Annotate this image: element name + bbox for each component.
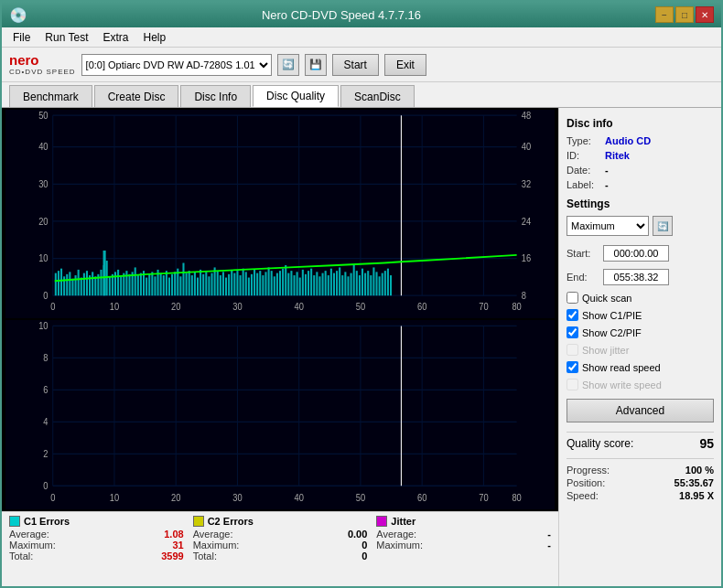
- speed-select[interactable]: Maximum 8x16x24x32x: [567, 216, 649, 236]
- svg-rect-65: [194, 272, 196, 295]
- svg-text:80: 80: [512, 491, 521, 503]
- logo-text: nero: [9, 53, 39, 69]
- tab-discquality[interactable]: Disc Quality: [253, 85, 339, 107]
- svg-rect-129: [375, 272, 377, 295]
- quick-scan-checkbox[interactable]: [567, 292, 578, 304]
- svg-rect-103: [302, 270, 304, 295]
- svg-text:30: 30: [38, 178, 49, 189]
- jitter-max-value: -: [514, 540, 551, 551]
- svg-rect-24: [78, 270, 80, 295]
- svg-rect-58: [174, 272, 176, 295]
- svg-rect-34: [106, 261, 108, 295]
- menu-help[interactable]: Help: [136, 29, 174, 46]
- jitter-title: Jitter: [391, 516, 415, 527]
- svg-rect-27: [86, 271, 88, 295]
- refresh-settings-button[interactable]: 🔄: [653, 216, 673, 236]
- c2-max-value: 0: [330, 540, 367, 551]
- svg-text:32: 32: [522, 178, 532, 189]
- jitter-label: Show jitter: [582, 345, 629, 356]
- svg-rect-66: [197, 278, 199, 296]
- start-input[interactable]: [603, 245, 669, 262]
- svg-rect-78: [231, 270, 232, 295]
- speed-label: Speed:: [567, 490, 599, 501]
- svg-rect-19: [63, 276, 65, 295]
- svg-rect-105: [308, 271, 309, 295]
- drive-selector[interactable]: [0:0] Optiarc DVD RW AD-7280S 1.01: [81, 54, 272, 76]
- svg-rect-94: [276, 273, 278, 296]
- svg-text:8: 8: [522, 290, 526, 301]
- window-title: Nero CD-DVD Speed 4.7.7.16: [27, 8, 655, 22]
- c2-title: C2 Errors: [208, 516, 254, 527]
- c1-color: [9, 516, 20, 527]
- advanced-button[interactable]: Advanced: [567, 399, 714, 422]
- c1-total-value: 3599: [147, 551, 184, 561]
- disc-label-label: Label:: [567, 179, 601, 190]
- quick-scan-label[interactable]: Quick scan: [582, 293, 631, 304]
- disc-label-value: -: [605, 179, 609, 190]
- c1pie-label[interactable]: Show C1/PIE: [582, 310, 642, 321]
- right-panel: Disc info Type: Audio CD ID: Ritek Date:…: [558, 108, 721, 586]
- svg-rect-88: [259, 271, 261, 295]
- svg-rect-16: [55, 273, 57, 296]
- svg-rect-133: [387, 269, 389, 296]
- svg-text:40: 40: [522, 142, 532, 153]
- maximize-button[interactable]: □: [675, 6, 694, 23]
- svg-rect-123: [359, 275, 361, 295]
- svg-rect-49: [148, 274, 150, 295]
- tab-benchmark[interactable]: Benchmark: [9, 85, 92, 107]
- c1-stats: C1 Errors Average: 1.08 Maximum: 31 Tota…: [9, 516, 184, 561]
- close-button[interactable]: ✕: [696, 6, 714, 23]
- svg-rect-60: [179, 276, 181, 295]
- svg-text:10: 10: [38, 320, 48, 332]
- svg-rect-111: [325, 271, 327, 295]
- tab-scandisc[interactable]: ScanDisc: [340, 85, 415, 107]
- svg-rect-104: [305, 274, 307, 295]
- read-speed-row: Show read speed: [567, 361, 714, 373]
- menu-runtest[interactable]: Run Test: [38, 29, 95, 46]
- svg-rect-35: [109, 276, 111, 295]
- svg-rect-81: [240, 275, 242, 295]
- minimize-button[interactable]: −: [655, 6, 674, 23]
- svg-rect-128: [372, 267, 374, 295]
- svg-rect-130: [379, 276, 381, 295]
- start-button[interactable]: Start: [332, 54, 379, 76]
- c2pif-checkbox[interactable]: [567, 326, 578, 338]
- svg-rect-106: [310, 269, 312, 296]
- save-button[interactable]: 💾: [305, 54, 327, 76]
- svg-rect-30: [94, 276, 96, 295]
- end-input[interactable]: [603, 269, 669, 285]
- exit-button[interactable]: Exit: [384, 54, 426, 76]
- c1pie-checkbox[interactable]: [567, 309, 578, 321]
- tab-createdisc[interactable]: Create Disc: [94, 85, 179, 107]
- svg-rect-79: [233, 273, 235, 296]
- svg-rect-63: [189, 271, 190, 295]
- menu-file[interactable]: File: [5, 29, 38, 46]
- svg-text:50: 50: [38, 110, 49, 121]
- svg-rect-46: [140, 273, 142, 296]
- app-logo: nero CD•DVD SPEED: [9, 53, 76, 77]
- menu-extra[interactable]: Extra: [95, 29, 135, 46]
- svg-rect-26: [83, 273, 85, 296]
- svg-text:10: 10: [110, 301, 120, 312]
- svg-text:2: 2: [43, 447, 48, 459]
- svg-rect-116: [339, 267, 340, 295]
- write-speed-row: Show write speed: [567, 379, 714, 390]
- tab-discinfo[interactable]: Disc Info: [180, 85, 251, 107]
- svg-rect-112: [328, 275, 329, 295]
- svg-rect-62: [186, 273, 188, 296]
- svg-text:50: 50: [356, 491, 365, 503]
- c1-total-label: Total:: [9, 551, 33, 561]
- svg-rect-127: [370, 275, 372, 295]
- refresh-drive-button[interactable]: 🔄: [277, 54, 299, 76]
- svg-text:50: 50: [356, 301, 366, 312]
- c2pif-label[interactable]: Show C2/PIF: [582, 327, 642, 338]
- date-value: -: [605, 165, 609, 176]
- read-speed-checkbox[interactable]: [567, 361, 578, 373]
- read-speed-label[interactable]: Show read speed: [582, 362, 661, 373]
- c2-total-value: 0: [330, 551, 367, 561]
- svg-rect-96: [282, 269, 284, 296]
- svg-text:0: 0: [43, 479, 48, 491]
- c2-color: [193, 516, 204, 527]
- svg-rect-55: [166, 271, 167, 295]
- svg-rect-125: [364, 273, 366, 296]
